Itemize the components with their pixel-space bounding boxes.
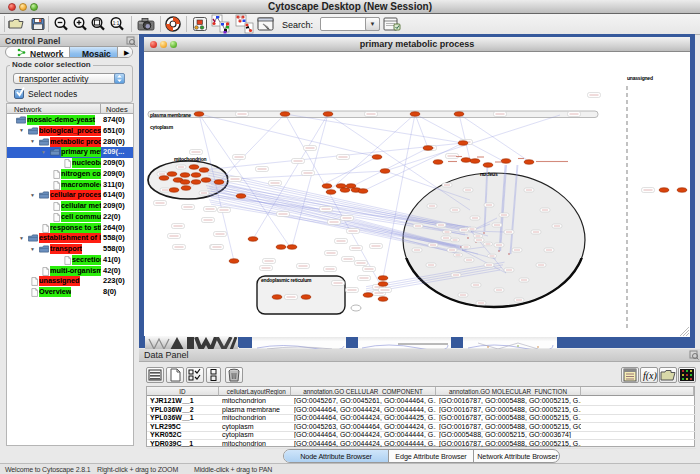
svg-text:plasma membrane: plasma membrane: [150, 112, 191, 118]
svg-text:nucleus: nucleus: [480, 171, 498, 177]
svg-text:cytoplasm: cytoplasm: [150, 124, 174, 130]
svg-text:mitochondrion: mitochondrion: [174, 156, 207, 162]
svg-text:endoplasmic reticulum: endoplasmic reticulum: [261, 277, 312, 283]
svg-text:1:1: 1:1: [113, 21, 120, 26]
svg-text:unassigned: unassigned: [627, 75, 653, 81]
svg-text:f(x): f(x): [643, 370, 657, 382]
